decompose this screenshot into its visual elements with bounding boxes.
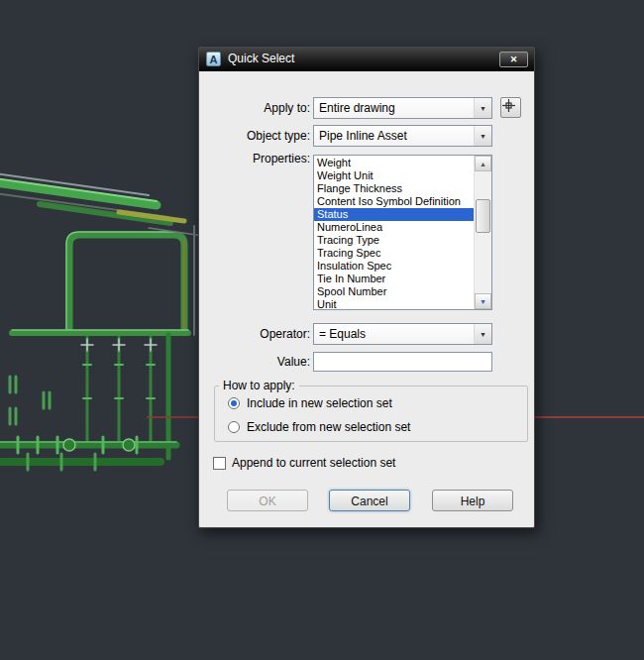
select-objects-icon <box>501 98 516 113</box>
scrollbar-thumb[interactable] <box>476 199 490 233</box>
object-type-dropdown[interactable]: Pipe Inline Asset ▼ <box>313 125 492 147</box>
list-item[interactable]: Insulation Spec <box>314 260 474 273</box>
apply-to-dropdown[interactable]: Entire drawing ▼ <box>313 97 492 119</box>
radio-include-new-selection[interactable]: Include in new selection set <box>228 396 392 410</box>
radio-selected-icon <box>228 397 240 409</box>
append-selection-label: Append to current selection set <box>232 456 395 470</box>
list-item[interactable]: Tracing Type <box>314 234 474 247</box>
radio-unselected-icon <box>228 421 240 433</box>
close-button[interactable]: ✕ <box>499 52 528 67</box>
list-item[interactable]: Weight Unit <box>314 169 474 182</box>
operator-label: Operator: <box>209 327 310 341</box>
pipe-mid-run-valves <box>10 330 188 442</box>
triangle-up-icon: ▲ <box>480 161 486 167</box>
list-item-selected[interactable]: Status <box>314 208 474 221</box>
list-item[interactable]: Content Iso Symbol Definition <box>314 195 474 208</box>
how-to-apply-label: How to apply: <box>219 379 299 392</box>
quick-select-dialog: A Quick Select ✕ Apply to: Entire drawin… <box>198 47 535 528</box>
value-label: Value: <box>209 355 310 369</box>
list-item[interactable]: Unit <box>314 298 474 309</box>
scroll-down-button[interactable]: ▼ <box>475 293 491 309</box>
append-selection-checkbox-row[interactable]: Append to current selection set <box>213 456 395 470</box>
chevron-down-icon: ▼ <box>474 126 491 146</box>
cad-viewport[interactable]: A Quick Select ✕ Apply to: Entire drawin… <box>0 0 644 660</box>
app-icon: A <box>206 52 221 66</box>
value-input[interactable] <box>313 352 492 372</box>
object-type-value: Pipe Inline Asset <box>314 129 474 143</box>
chevron-down-icon: ▼ <box>474 324 491 344</box>
properties-scrollbar[interactable]: ▲ ▼ <box>474 156 491 309</box>
operator-value: = Equals <box>314 327 474 341</box>
chevron-glyph: ▼ <box>480 133 486 140</box>
help-button[interactable]: Help <box>432 490 513 511</box>
pipe-portal-frame <box>66 226 203 335</box>
properties-list: Weight Weight Unit Flange Thickness Cont… <box>314 156 474 309</box>
apply-to-value: Entire drawing <box>314 101 474 115</box>
radio-exclude-new-selection[interactable]: Exclude from new selection set <box>228 420 410 434</box>
operator-dropdown[interactable]: = Equals ▼ <box>313 323 492 345</box>
chevron-down-icon: ▼ <box>474 98 491 118</box>
pipe-rack-top <box>0 173 184 223</box>
app-icon-letter: A <box>210 54 218 65</box>
ok-button[interactable]: OK <box>227 490 308 511</box>
list-item[interactable]: Tracing Spec <box>314 247 474 260</box>
list-item[interactable]: NumeroLinea <box>314 221 474 234</box>
apply-to-label: Apply to: <box>209 101 310 115</box>
list-item[interactable]: Weight <box>314 157 474 169</box>
dialog-title: Quick Select <box>228 48 294 70</box>
cancel-button[interactable]: Cancel <box>329 490 410 511</box>
properties-label: Properties: <box>209 152 310 165</box>
scroll-up-button[interactable]: ▲ <box>475 156 491 171</box>
object-type-label: Object type: <box>209 129 310 143</box>
list-item[interactable]: Tie In Number <box>314 273 474 285</box>
close-icon: ✕ <box>510 55 518 64</box>
chevron-glyph: ▼ <box>480 105 486 112</box>
select-objects-button[interactable] <box>500 97 521 118</box>
radio-include-label: Include in new selection set <box>247 396 392 410</box>
properties-listbox[interactable]: Weight Weight Unit Flange Thickness Cont… <box>313 155 492 310</box>
checkbox-unchecked-icon <box>213 457 226 470</box>
titlebar[interactable]: A Quick Select ✕ <box>199 48 534 71</box>
list-item[interactable]: Flange Thickness <box>314 182 474 195</box>
chevron-glyph: ▼ <box>480 331 486 338</box>
list-item[interactable]: Spool Number <box>314 285 474 298</box>
radio-exclude-label: Exclude from new selection set <box>247 420 410 434</box>
triangle-down-icon: ▼ <box>480 298 486 305</box>
